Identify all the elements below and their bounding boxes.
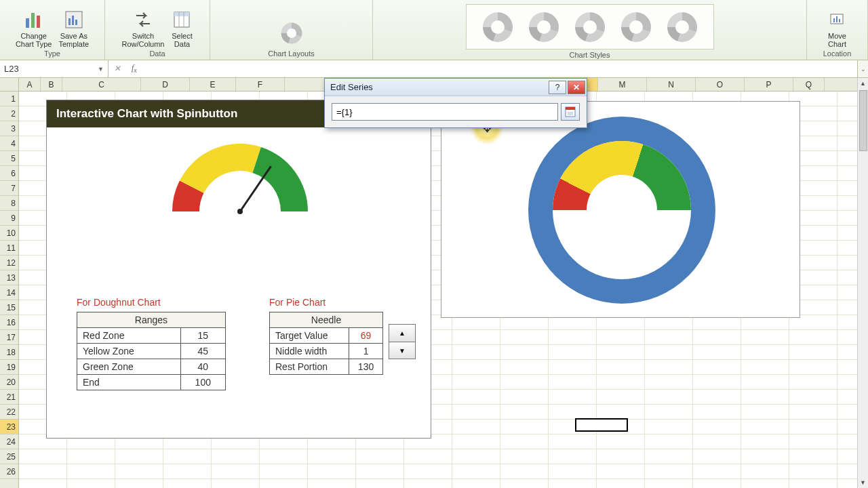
name-box[interactable]: L23▼ bbox=[0, 60, 108, 77]
row-header[interactable]: 8 bbox=[0, 196, 18, 211]
chart-type-icon bbox=[23, 9, 45, 30]
row-headers[interactable]: 1234567891011121314151617181920212223242… bbox=[0, 92, 19, 488]
row-header[interactable]: 21 bbox=[0, 390, 18, 405]
group-label-layouts: Chart Layouts bbox=[268, 48, 314, 58]
row-header[interactable]: 3 bbox=[0, 121, 18, 136]
dashboard-panel: Interactive Chart with Spinbutton For Do… bbox=[46, 100, 431, 439]
chart-styles-gallery[interactable] bbox=[466, 4, 714, 49]
chart-style-thumb[interactable] bbox=[621, 12, 651, 42]
group-label-data: Data bbox=[149, 48, 165, 58]
col-header[interactable]: E bbox=[190, 78, 236, 91]
scroll-up-icon[interactable]: ▲ bbox=[858, 78, 868, 89]
col-header[interactable]: Q bbox=[793, 78, 825, 91]
col-header[interactable]: B bbox=[41, 78, 62, 91]
table-row: Target Value69 bbox=[270, 328, 383, 344]
chart-style-thumb[interactable] bbox=[667, 12, 697, 42]
row-header[interactable]: 12 bbox=[0, 256, 18, 270]
svg-rect-2 bbox=[37, 16, 40, 28]
svg-point-16 bbox=[237, 209, 243, 214]
col-header[interactable]: P bbox=[745, 78, 793, 91]
move-chart-button[interactable]: Move Chart bbox=[827, 9, 848, 48]
active-cell[interactable] bbox=[575, 418, 628, 432]
row-header[interactable]: 5 bbox=[0, 151, 18, 166]
row-header[interactable]: 15 bbox=[0, 300, 18, 315]
row-header[interactable]: 4 bbox=[0, 136, 18, 151]
row-header[interactable]: 24 bbox=[0, 434, 18, 449]
spin-down-button[interactable]: ▼ bbox=[389, 342, 416, 359]
group-label-type: Type bbox=[44, 48, 60, 58]
expand-formula-bar[interactable]: ⌄ bbox=[857, 60, 868, 77]
pie-table-title: For Pie Chart bbox=[269, 297, 326, 308]
cancel-formula-icon[interactable]: ✕ bbox=[108, 64, 126, 74]
svg-rect-14 bbox=[839, 19, 840, 22]
col-header[interactable]: C bbox=[62, 78, 141, 91]
row-header[interactable]: 2 bbox=[0, 106, 18, 121]
row-header[interactable]: 13 bbox=[0, 270, 18, 285]
chart-layout-thumb[interactable] bbox=[281, 23, 302, 44]
spin-up-button[interactable]: ▲ bbox=[389, 324, 416, 342]
svg-rect-13 bbox=[836, 16, 837, 22]
col-header[interactable]: O bbox=[696, 78, 745, 91]
chart-style-thumb[interactable] bbox=[575, 12, 605, 42]
help-button[interactable]: ? bbox=[549, 81, 566, 94]
row-header[interactable]: 16 bbox=[0, 315, 18, 330]
dialog-title: Edit Series bbox=[330, 82, 547, 92]
switch-row-column-button[interactable]: Switch Row/Column bbox=[122, 9, 165, 48]
scrollbar-thumb[interactable] bbox=[859, 90, 867, 151]
switch-icon bbox=[132, 9, 154, 30]
row-header[interactable]: 11 bbox=[0, 241, 18, 256]
pie-table: Needle Target Value69 Niddle width1 Rest… bbox=[269, 312, 383, 375]
svg-rect-0 bbox=[26, 18, 29, 28]
vertical-scrollbar[interactable]: ▲ ▼ bbox=[857, 78, 868, 488]
doughnut-table-title: For Doughnut Chart bbox=[77, 297, 161, 308]
fx-icon[interactable]: fx bbox=[126, 63, 142, 74]
formula-input[interactable] bbox=[142, 64, 857, 74]
ribbon: Change Chart Type Save As Template Type … bbox=[0, 0, 868, 60]
table-row: Green Zone40 bbox=[77, 359, 226, 375]
row-header[interactable]: 7 bbox=[0, 181, 18, 196]
row-header[interactable]: 23 bbox=[0, 420, 18, 434]
svg-rect-6 bbox=[75, 20, 77, 25]
dialog-titlebar[interactable]: Edit Series ? ✕ bbox=[325, 79, 587, 96]
row-header[interactable]: 17 bbox=[0, 330, 18, 345]
table-row: Red Zone15 bbox=[77, 328, 226, 344]
table-header: Ranges bbox=[77, 312, 226, 328]
series-values-input[interactable] bbox=[332, 103, 558, 121]
col-header[interactable]: M bbox=[598, 78, 647, 91]
row-header[interactable]: 20 bbox=[0, 375, 18, 390]
svg-rect-1 bbox=[31, 13, 35, 28]
row-header[interactable]: 1 bbox=[0, 92, 18, 106]
svg-rect-5 bbox=[72, 16, 74, 25]
row-header[interactable]: 22 bbox=[0, 405, 18, 420]
chart-style-thumb[interactable] bbox=[483, 12, 513, 42]
select-data-button[interactable]: Select Data bbox=[171, 9, 193, 48]
col-header[interactable]: A bbox=[19, 78, 41, 91]
group-label-location: Location bbox=[823, 48, 852, 58]
row-header[interactable]: 25 bbox=[0, 449, 18, 464]
select-all-corner[interactable] bbox=[0, 78, 19, 91]
template-icon bbox=[63, 9, 85, 30]
collapse-dialog-button[interactable] bbox=[561, 103, 580, 121]
table-row: End100 bbox=[77, 375, 226, 390]
gauge-chart bbox=[162, 130, 318, 239]
spin-button[interactable]: ▲ ▼ bbox=[389, 324, 416, 359]
table-row: Rest Portion130 bbox=[270, 359, 383, 375]
doughnut-chart-right bbox=[528, 117, 715, 304]
change-chart-type-button[interactable]: Change Chart Type bbox=[16, 9, 52, 48]
row-header[interactable]: 14 bbox=[0, 285, 18, 300]
close-button[interactable]: ✕ bbox=[568, 81, 585, 94]
col-header[interactable]: N bbox=[647, 78, 696, 91]
scroll-down-icon[interactable]: ▼ bbox=[858, 477, 868, 488]
svg-rect-19 bbox=[568, 112, 573, 115]
col-header[interactable]: F bbox=[236, 78, 285, 91]
row-header[interactable]: 6 bbox=[0, 166, 18, 181]
row-header[interactable]: 9 bbox=[0, 211, 18, 226]
chart-style-thumb[interactable] bbox=[529, 12, 559, 42]
row-header[interactable]: 10 bbox=[0, 226, 18, 241]
move-chart-icon bbox=[827, 9, 848, 30]
row-header[interactable]: 19 bbox=[0, 360, 18, 375]
col-header[interactable]: D bbox=[141, 78, 190, 91]
save-as-template-button[interactable]: Save As Template bbox=[58, 9, 89, 48]
row-header[interactable]: 26 bbox=[0, 464, 18, 479]
row-header[interactable]: 18 bbox=[0, 345, 18, 360]
